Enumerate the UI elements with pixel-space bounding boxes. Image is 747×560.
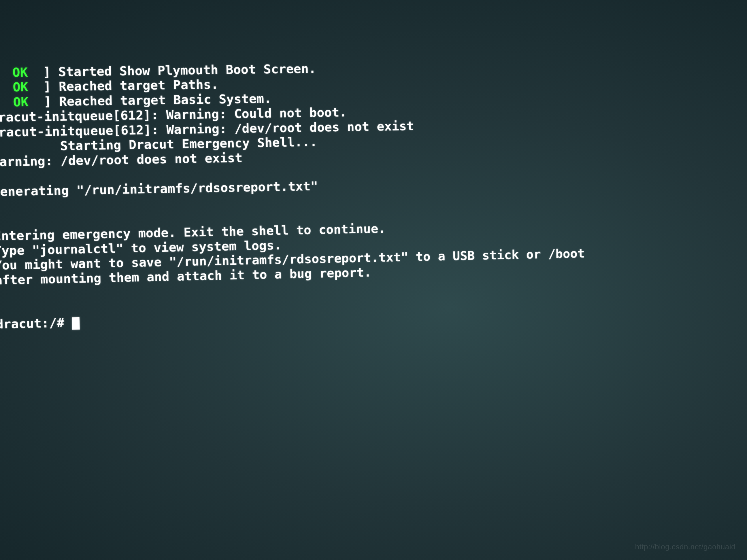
prompt-text: dracut:/# [0,315,72,331]
ok-badge: OK [12,65,28,80]
ok-badge: OK [13,80,28,95]
boot-console: [ OK ] Started Show Plymouth Boot Screen… [0,41,738,331]
ok-badge: OK [13,95,29,109]
generating-line: Generating "/run/initramfs/rdsosreport.t… [0,179,318,199]
status-text: Started Show Plymouth Boot Screen. [58,61,316,79]
cursor-block [72,317,80,330]
watermark-text: http://blog.csdn.net/gaohuaid [635,542,736,551]
shell-prompt[interactable]: dracut:/# [0,315,80,331]
status-text: Reached target Paths. [58,77,218,94]
status-line: [ OK ] Started Show Plymouth Boot Screen… [0,61,316,80]
